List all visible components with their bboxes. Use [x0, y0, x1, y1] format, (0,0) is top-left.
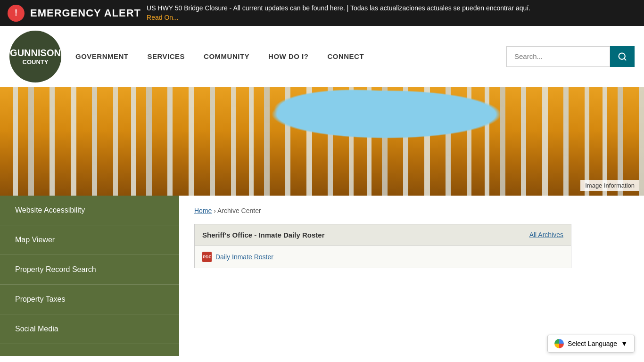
sidebar-item-social-media[interactable]: Social Media: [0, 314, 179, 344]
nav-services[interactable]: SERVICES: [148, 52, 185, 60]
archive-table: Sheriff's Office - Inmate Daily Roster A…: [194, 224, 571, 268]
sidebar-item-property-record-search[interactable]: Property Record Search: [0, 255, 179, 285]
emergency-icon: !: [8, 5, 25, 22]
archive-data-row: PDF Daily Inmate Roster: [195, 246, 571, 268]
breadcrumb-home[interactable]: Home: [194, 207, 212, 214]
logo-line2: COUNTY: [23, 58, 49, 66]
translate-bar[interactable]: Select Language ▼: [547, 335, 635, 353]
breadcrumb-separator: ›: [214, 207, 216, 214]
search-bar: [506, 46, 635, 67]
archive-title-cell: Sheriff's Office - Inmate Daily Roster A…: [195, 224, 571, 246]
page-content: Home › Archive Center Sheriff's Office -…: [179, 196, 644, 356]
emergency-title: EMERGENCY ALERT: [30, 7, 141, 19]
nav-government[interactable]: GOVERNMENT: [75, 52, 129, 60]
nav-how-do-i[interactable]: HOW DO I?: [268, 52, 308, 60]
breadcrumb: Home › Archive Center: [194, 207, 629, 214]
archive-title: Sheriff's Office - Inmate Daily Roster: [202, 231, 324, 239]
archive-item-cell: PDF Daily Inmate Roster: [195, 246, 571, 268]
sidebar-item-website-accessibility[interactable]: Website Accessibility: [0, 196, 179, 225]
sidebar: Website Accessibility Map Viewer Propert…: [0, 196, 179, 356]
translate-label: Select Language: [568, 340, 617, 347]
daily-inmate-roster-link[interactable]: PDF Daily Inmate Roster: [202, 252, 563, 262]
search-icon: [618, 52, 627, 61]
search-input[interactable]: [506, 46, 610, 67]
archive-header-row: Sheriff's Office - Inmate Daily Roster A…: [195, 224, 571, 246]
header: GUNNISON COUNTY GOVERNMENT SERVICES COMM…: [0, 26, 644, 87]
all-archives-link[interactable]: All Archives: [529, 231, 563, 239]
read-on-link[interactable]: Read On...: [147, 13, 636, 23]
breadcrumb-current: Archive Center: [217, 207, 261, 214]
image-info-button[interactable]: Image Information: [580, 180, 639, 191]
emergency-message: US HWY 50 Bridge Closure - All current u…: [147, 4, 636, 22]
nav-community[interactable]: COMMUNITY: [204, 52, 249, 60]
pdf-icon: PDF: [202, 252, 212, 262]
chevron-down-icon: ▼: [621, 340, 627, 347]
sidebar-item-property-taxes[interactable]: Property Taxes: [0, 285, 179, 314]
google-icon: [554, 339, 564, 348]
hero-banner: Image Information: [0, 87, 644, 196]
hero-image: [0, 87, 644, 196]
emergency-message-text: US HWY 50 Bridge Closure - All current u…: [147, 4, 530, 12]
main-content: Website Accessibility Map Viewer Propert…: [0, 196, 644, 356]
emergency-alert-bar: ! EMERGENCY ALERT US HWY 50 Bridge Closu…: [0, 0, 644, 26]
site-logo[interactable]: GUNNISON COUNTY: [9, 31, 61, 82]
main-nav: GOVERNMENT SERVICES COMMUNITY HOW DO I? …: [75, 52, 506, 60]
search-button[interactable]: [610, 46, 635, 67]
logo-line1: GUNNISON: [10, 47, 61, 58]
sidebar-item-map-viewer[interactable]: Map Viewer: [0, 225, 179, 255]
daily-inmate-roster-label: Daily Inmate Roster: [215, 253, 273, 261]
nav-connect[interactable]: CONNECT: [327, 52, 364, 60]
